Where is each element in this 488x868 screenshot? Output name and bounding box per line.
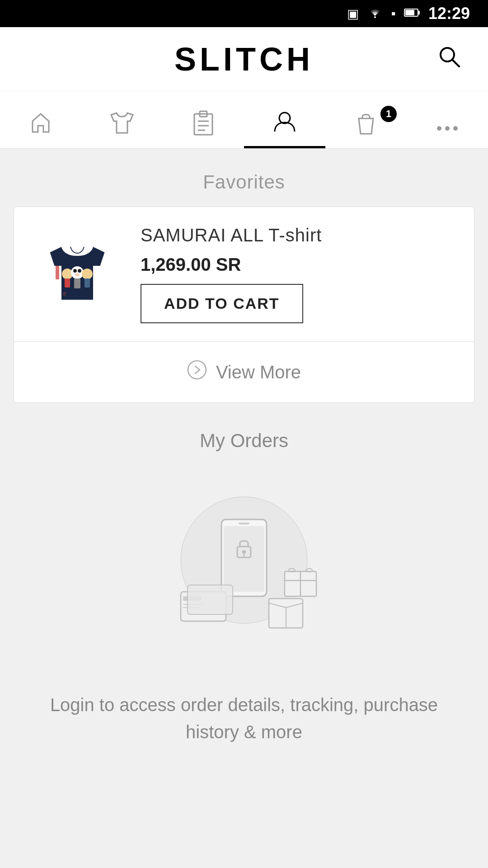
nav-bar: 1: [0, 92, 488, 149]
svg-point-26: [188, 361, 206, 379]
product-row: 空 SAMURAI ALL T-shirt 1,269.00 SR ADD TO…: [14, 207, 474, 341]
orders-svg: [154, 488, 334, 660]
svg-line-5: [452, 60, 459, 66]
view-more-label: View More: [216, 362, 301, 382]
favorites-title: Favorites: [0, 149, 488, 207]
svg-point-20: [75, 274, 80, 276]
svg-point-12: [437, 126, 441, 131]
svg-rect-25: [56, 266, 59, 279]
product-image: 空: [37, 230, 118, 311]
nav-more[interactable]: [407, 104, 488, 146]
svg-rect-2: [418, 11, 420, 14]
nav-home[interactable]: [0, 102, 81, 147]
svg-point-0: [374, 16, 376, 18]
svg-rect-23: [84, 278, 90, 288]
app-logo: SLITCH: [174, 41, 314, 78]
svg-point-18: [73, 269, 77, 273]
add-to-cart-button[interactable]: ADD TO CART: [141, 284, 303, 323]
more-icon: [436, 113, 459, 137]
view-more-icon: [187, 360, 207, 384]
nav-cart[interactable]: 1: [325, 101, 407, 148]
orders-illustration: [0, 470, 488, 678]
svg-rect-38: [188, 585, 233, 614]
nav-profile[interactable]: [244, 101, 325, 148]
svg-point-14: [453, 126, 458, 131]
bag-icon: [354, 110, 378, 139]
wifi-icon: [367, 6, 383, 22]
svg-rect-16: [65, 278, 70, 288]
search-button[interactable]: [437, 45, 461, 74]
page-content: Favorites: [0, 149, 488, 782]
clipboard-icon: [192, 110, 214, 139]
status-time: 12:29: [428, 4, 470, 23]
svg-rect-3: [405, 10, 414, 15]
svg-text:空: 空: [63, 292, 66, 296]
vibrate-icon: ▣: [347, 6, 359, 21]
svg-point-31: [242, 550, 246, 554]
orders-title: My Orders: [0, 403, 488, 470]
svg-rect-21: [74, 278, 80, 288]
svg-point-17: [71, 266, 84, 279]
product-price: 1,269.00 SR: [141, 255, 456, 275]
product-details: SAMURAI ALL T-shirt 1,269.00 SR ADD TO C…: [141, 225, 456, 323]
svg-point-13: [445, 126, 450, 131]
user-icon: [273, 110, 296, 137]
cart-badge: 1: [380, 106, 397, 122]
view-more-row[interactable]: View More: [14, 342, 474, 402]
battery-icon: [404, 6, 420, 21]
product-image-container: 空: [32, 225, 122, 316]
home-icon: [29, 111, 52, 138]
svg-point-11: [279, 113, 290, 123]
login-message: Login to access order details, tracking,…: [0, 678, 488, 782]
status-bar: ▣ ▪ 12:29: [0, 0, 488, 27]
product-name: SAMURAI ALL T-shirt: [141, 225, 456, 245]
tshirt-icon: [109, 111, 135, 138]
nav-shop[interactable]: [81, 102, 163, 147]
header: SLITCH: [0, 27, 488, 92]
svg-point-22: [82, 269, 93, 279]
signal-icon: ▪: [391, 6, 396, 21]
favorites-card: 空 SAMURAI ALL T-shirt 1,269.00 SR ADD TO…: [14, 207, 474, 403]
nav-list[interactable]: [163, 101, 244, 148]
svg-point-19: [78, 269, 81, 273]
svg-rect-29: [224, 526, 264, 592]
svg-rect-33: [239, 523, 249, 524]
